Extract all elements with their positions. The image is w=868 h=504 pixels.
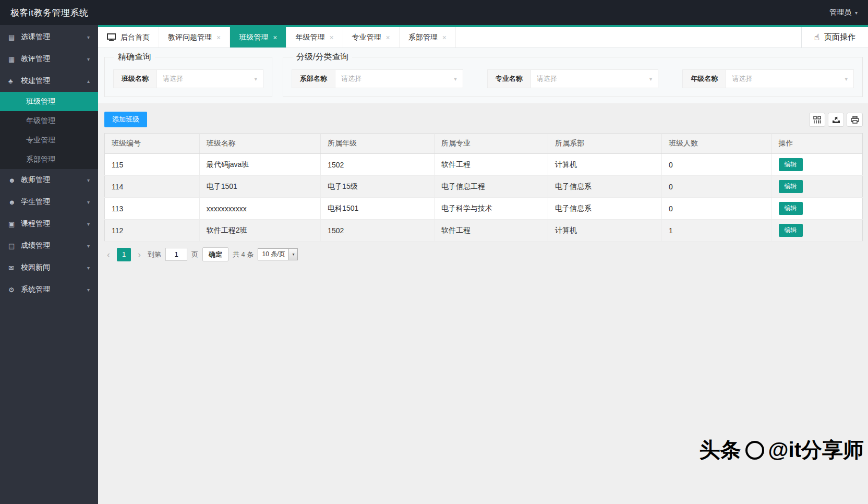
close-icon[interactable]: × [216, 34, 221, 41]
sidebar-item-evaluation[interactable]: ▦ 教评管理 ▾ [0, 48, 98, 70]
chevron-down-icon: ▾ [454, 76, 457, 82]
print-button[interactable] [847, 113, 863, 127]
current-page-button[interactable]: 1 [117, 248, 131, 261]
chevron-down-icon: ▾ [87, 199, 90, 205]
edit-button[interactable]: 编辑 [779, 180, 803, 193]
tab-home[interactable]: 后台首页 [98, 27, 159, 47]
sidebar-item-label: 教师管理 [21, 175, 50, 185]
sidebar-item-dept-mgmt[interactable]: 系部管理 [0, 150, 98, 169]
page-size-select[interactable]: 10 条/页 ▾ [258, 248, 298, 260]
exact-query-legend: 精确查询 [114, 52, 155, 63]
pagination: ‹ 1 › 到第 页 确定 共 4 条 10 条/页 ▾ [104, 247, 863, 261]
tree-icon: ♣ [8, 77, 21, 85]
cell-major: 电子信息工程 [435, 176, 548, 198]
sidebar-item-courses[interactable]: ▣ 课程管理 ▾ [0, 213, 98, 235]
sidebar-item-label: 校建管理 [21, 76, 50, 86]
total-count-label: 共 4 条 [233, 250, 254, 259]
class-name-select[interactable]: 请选择 ▾ [156, 69, 263, 88]
sidebar-item-label: 选课管理 [21, 32, 50, 42]
major-name-select[interactable]: 请选择 ▾ [531, 69, 659, 88]
close-icon[interactable]: × [386, 34, 390, 41]
user-menu[interactable]: 管理员 ▾ [829, 8, 858, 17]
chevron-down-icon: ▾ [87, 265, 90, 271]
tab-dept-mgmt[interactable]: 系部管理 × [400, 27, 456, 47]
students-icon: ☻ [8, 198, 21, 206]
page-actions-button[interactable]: ☝ 页面操作 [801, 27, 868, 47]
content-area: 添加班级 [98, 103, 868, 504]
sidebar-submenu: 班级管理 年级管理 专业管理 系部管理 [0, 92, 98, 169]
tab-class-mgmt[interactable]: 班级管理 × [230, 27, 286, 47]
cell-class-id: 113 [105, 198, 200, 220]
cell-class-name: 软件工程2班 [199, 220, 320, 242]
select-placeholder: 请选择 [341, 74, 361, 83]
table-row: 113 xxxxxxxxxxx 电科1501 电子科学与技术 电子信息系 0 编… [105, 198, 863, 220]
sidebar-item-campus-news[interactable]: ✉ 校园新闻 ▾ [0, 257, 98, 279]
sidebar-item-school-construction[interactable]: ♣ 校建管理 ▴ [0, 70, 98, 92]
teachers-icon: ☻ [8, 176, 21, 184]
chevron-down-icon: ▾ [855, 10, 858, 16]
chevron-down-icon: ▾ [87, 287, 90, 293]
sidebar-item-class-mgmt[interactable]: 班级管理 [0, 92, 98, 111]
edit-button[interactable]: 编辑 [779, 202, 803, 215]
dept-name-label: 系部名称 [292, 69, 335, 88]
app-header: 极客it教务管理系统 管理员 ▾ [0, 0, 868, 25]
tab-label: 教评问题管理 [168, 33, 212, 42]
export-button[interactable] [828, 113, 844, 127]
table-row: 112 软件工程2班 1502 软件工程 计算机 1 编辑 [105, 220, 863, 242]
cell-grade: 电科1501 [321, 198, 435, 220]
close-icon[interactable]: × [329, 34, 333, 41]
cell-class-name: 电子1501 [199, 176, 320, 198]
toutiao-logo-icon [745, 441, 764, 460]
sidebar-item-label: 成绩管理 [21, 241, 50, 250]
tab-major-mgmt[interactable]: 专业管理 × [343, 27, 400, 47]
goto-page-input[interactable] [165, 248, 187, 261]
close-icon[interactable]: × [442, 34, 447, 41]
cell-major: 电子科学与技术 [435, 198, 548, 220]
sidebar-item-system[interactable]: ⚙ 系统管理 ▾ [0, 279, 98, 301]
tabbar-spacer [456, 27, 801, 47]
sidebar-item-label: 教评管理 [21, 54, 50, 64]
chevron-down-icon: ▾ [87, 177, 90, 183]
tab-evaluation-questions[interactable]: 教评问题管理 × [159, 27, 230, 47]
edit-button[interactable]: 编辑 [779, 224, 803, 237]
chevron-down-icon: ▾ [254, 76, 257, 82]
book-icon: ▣ [8, 220, 21, 228]
edit-button[interactable]: 编辑 [779, 158, 803, 171]
tab-grade-mgmt[interactable]: 年级管理 × [286, 27, 343, 47]
cell-dept: 计算机 [548, 220, 661, 242]
sidebar-item-teachers[interactable]: ☻ 教师管理 ▾ [0, 169, 98, 191]
sidebar-item-grade-mgmt[interactable]: 年级管理 [0, 111, 98, 130]
chat-icon: ✉ [8, 264, 21, 272]
major-name-field: 专业名称 请选择 ▾ [487, 69, 659, 88]
sidebar-item-students[interactable]: ☻ 学生管理 ▾ [0, 191, 98, 213]
print-icon [851, 116, 859, 124]
next-page-button[interactable]: › [135, 250, 143, 259]
grade-name-select[interactable]: 请选择 ▾ [726, 69, 854, 88]
select-placeholder: 请选择 [732, 74, 752, 83]
sidebar-item-label: 课程管理 [21, 219, 50, 229]
cell-count: 1 [661, 220, 771, 242]
prev-page-button[interactable]: ‹ [104, 250, 113, 259]
col-count: 班级人数 [661, 134, 771, 154]
tab-label: 班级管理 [239, 33, 268, 42]
category-query-fieldset: 分级/分类查询 系部名称 请选择 ▾ 专业名称 请选择 ▾ [283, 52, 863, 97]
chevron-down-icon: ▾ [87, 56, 90, 62]
sidebar-item-course-selection[interactable]: ▤ 选课管理 ▾ [0, 26, 98, 48]
sidebar-item-major-mgmt[interactable]: 专业管理 [0, 130, 98, 150]
cell-class-id: 112 [105, 220, 200, 242]
table-header-row: 班级编号 班级名称 所属年级 所属专业 所属系部 班级人数 操作 [105, 134, 863, 154]
table-toolbar: 添加班级 [104, 112, 863, 127]
add-class-button[interactable]: 添加班级 [104, 112, 147, 127]
sidebar-item-scores[interactable]: ▤ 成绩管理 ▾ [0, 235, 98, 257]
cell-major: 软件工程 [435, 154, 548, 176]
close-icon[interactable]: × [273, 34, 277, 41]
dept-name-select[interactable]: 请选择 ▾ [335, 69, 463, 88]
col-grade: 所属年级 [321, 134, 435, 154]
class-name-label: 班级名称 [113, 69, 156, 88]
goto-confirm-button[interactable]: 确定 [202, 247, 228, 261]
search-panel: 精确查询 班级名称 请选择 ▾ 分级/分类查询 系部名称 [98, 48, 868, 103]
export-icon [832, 116, 840, 124]
cell-class-id: 114 [105, 176, 200, 198]
columns-toggle-button[interactable] [809, 113, 825, 127]
page-actions-label: 页面操作 [824, 32, 855, 42]
